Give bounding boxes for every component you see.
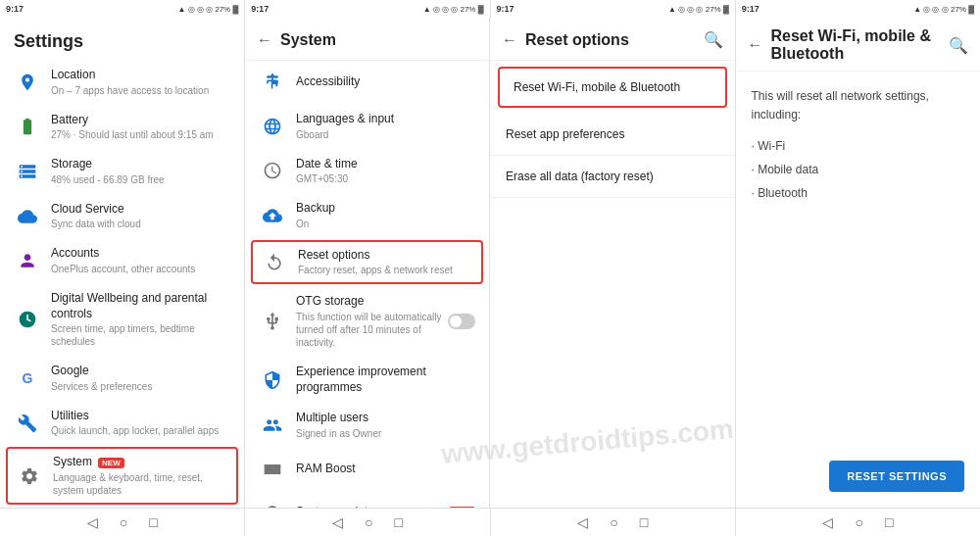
sidebar-item-about-phone[interactable]: About phone OnePlus 6T [0,507,244,508]
settings-list: Settings Location On – 7 apps have acces… [0,18,244,508]
reset-app-prefs-title: Reset app preferences [506,127,719,141]
sidebar-item-battery[interactable]: Battery 27% · Should last until about 9:… [0,105,244,150]
sidebar-item-digital-wellbeing[interactable]: Digital Wellbeing and parental controls … [0,283,244,356]
location-title: Location [51,68,230,83]
otg-toggle[interactable] [448,314,475,329]
nav-bar-2: ◁ ○ □ [245,509,490,536]
sidebar-item-storage[interactable]: Storage 48% used - 66.89 GB free [0,149,244,194]
updates-text: System updates [296,505,443,508]
back-icon-system[interactable]: ← [257,31,272,49]
languages-text: Languages & input Gboard [296,112,475,141]
accounts-text: Accounts OnePlus account, other accounts [51,246,230,275]
time-3: 9:17 [497,4,514,14]
otg-subtitle: This function will be automatically turn… [296,311,448,349]
datetime-title: Date & time [296,157,475,172]
system-item-experience[interactable]: Experience improvement programmes [245,357,489,403]
accessibility-title: Accessibility [296,74,475,90]
recents-nav-3[interactable]: □ [640,514,648,530]
backup-text: Backup On [296,201,475,230]
system-panel: ← System Accessibility [245,18,490,508]
reset-app-prefs-option[interactable]: Reset app preferences [490,114,735,156]
erase-all-option[interactable]: Erase all data (factory reset) [490,156,735,198]
system-panel-title: System [280,31,336,49]
status-bar-4: 9:17 ▲ ◎ ◎ ◎ 27% ▓ [736,0,980,18]
search-icon-reset[interactable]: 🔍 [704,30,723,49]
reset-options-list: Reset Wi-Fi, mobile & Bluetooth Reset ap… [490,61,735,508]
system-item-ram[interactable]: RAM Boost [245,448,489,491]
reset-subtitle: Factory reset, apps & network reset [298,264,473,276]
search-icon-wifi[interactable]: 🔍 [949,36,968,55]
home-nav-1[interactable]: ○ [120,514,127,530]
nav-bar-4: ◁ ○ □ [736,509,980,536]
back-icon-reset[interactable]: ← [502,31,517,49]
system-item-backup[interactable]: Backup On [245,193,489,238]
status-bar-2: 9:17 ▲ ◎ ◎ ◎ 27% ▓ [245,0,490,18]
wifi-reset-panel: ← Reset Wi-Fi, mobile & Bluetooth 🔍 This… [736,18,981,508]
battery-subtitle: 27% · Should last until about 9:15 am [51,128,230,141]
battery-title: Battery [51,113,230,128]
system-item-reset[interactable]: Reset options Factory reset, apps & netw… [251,240,483,285]
storage-subtitle: 48% used - 66.89 GB free [51,173,230,186]
reset-wifi-option[interactable]: Reset Wi-Fi, mobile & Bluetooth [498,67,727,108]
system-item-datetime[interactable]: Date & time GMT+05:30 [245,149,489,194]
back-icon-wifi[interactable]: ← [748,36,763,54]
sidebar-item-accounts[interactable]: Accounts OnePlus account, other accounts [0,238,244,283]
nav-bar-1: ◁ ○ □ [0,509,245,536]
icons-2: ▲ ◎ ◎ ◎ 27% ▓ [423,5,484,14]
back-nav-2[interactable]: ◁ [332,514,343,530]
wifi-reset-description: This will reset all network settings, in… [736,72,981,451]
system-item-updates[interactable]: System updates NEW [245,491,489,508]
languages-title: Languages & input [296,112,475,127]
back-nav-1[interactable]: ◁ [87,514,98,530]
wellbeing-text: Digital Wellbeing and parental controls … [51,291,230,348]
system-item-languages[interactable]: Languages & input Gboard [245,104,489,149]
back-nav-4[interactable]: ◁ [822,514,833,530]
system-item-accessibility[interactable]: Accessibility [245,61,489,104]
cloud-service-subtitle: Sync data with cloud [51,218,230,230]
system-badge: NEW [98,458,124,468]
recents-nav-2[interactable]: □ [394,514,402,530]
ram-icon [259,456,286,483]
sidebar-item-cloud-service[interactable]: Cloud Service Sync data with cloud [0,194,244,239]
sidebar-item-system[interactable]: System NEW Language & keyboard, time, re… [6,447,238,505]
status-bars: 9:17 ▲ ◎ ◎ ◎ 27% ▓ 9:17 ▲ ◎ ◎ ◎ 27% ▓ 9:… [0,0,980,18]
location-icon [14,69,41,96]
reset-options-header: ← Reset options 🔍 [490,18,735,61]
datetime-text: Date & time GMT+05:30 [296,157,475,186]
wellbeing-subtitle: Screen time, app timers, bedtime schedul… [51,322,230,348]
home-nav-2[interactable]: ○ [365,514,372,530]
multiple-users-text: Multiple users Signed in as Owner [296,411,475,440]
status-bar-1: 9:17 ▲ ◎ ◎ ◎ 27% ▓ [0,0,245,18]
storage-title: Storage [51,157,230,172]
cloud-icon [14,203,41,230]
otg-text: OTG storage This function will be automa… [296,294,448,349]
desc-wifi: · Wi-Fi [752,134,965,158]
sidebar-item-location[interactable]: Location On – 7 apps have access to loca… [0,60,244,105]
sidebar-item-google[interactable]: G Google Services & preferences [0,356,244,401]
home-nav-3[interactable]: ○ [610,514,617,530]
updates-title: System updates [296,505,443,508]
home-nav-4[interactable]: ○ [855,514,862,530]
backup-title: Backup [296,201,475,217]
ram-text: RAM Boost [296,462,475,477]
system-subtitle: Language & keyboard, time, reset, system… [53,471,228,497]
recents-nav-4[interactable]: □ [885,514,893,530]
back-nav-3[interactable]: ◁ [577,514,588,530]
erase-all-title: Erase all data (factory reset) [506,170,719,183]
desc-mobile: · Mobile data [752,158,965,181]
settings-panel: Settings Location On – 7 apps have acces… [0,18,245,508]
datetime-subtitle: GMT+05:30 [296,172,475,185]
system-list: Accessibility Languages & input Gboard [245,61,489,508]
otg-icon [259,308,286,335]
reset-settings-button[interactable]: RESET SETTINGS [829,461,964,492]
nav-bars: ◁ ○ □ ◁ ○ □ ◁ ○ □ ◁ ○ □ [0,508,980,536]
languages-icon [259,113,286,140]
system-item-multiple-users[interactable]: Multiple users Signed in as Owner [245,403,489,448]
sidebar-item-utilities[interactable]: Utilities Quick launch, app locker, para… [0,401,244,446]
system-item-otg[interactable]: OTG storage This function will be automa… [245,286,489,357]
recents-nav-1[interactable]: □ [149,514,157,530]
desc-list: · Wi-Fi · Mobile data · Bluetooth [752,134,965,205]
reset-wifi-title: Reset Wi-Fi, mobile & Bluetooth [514,80,711,94]
languages-subtitle: Gboard [296,128,475,141]
time-2: 9:17 [251,4,269,14]
